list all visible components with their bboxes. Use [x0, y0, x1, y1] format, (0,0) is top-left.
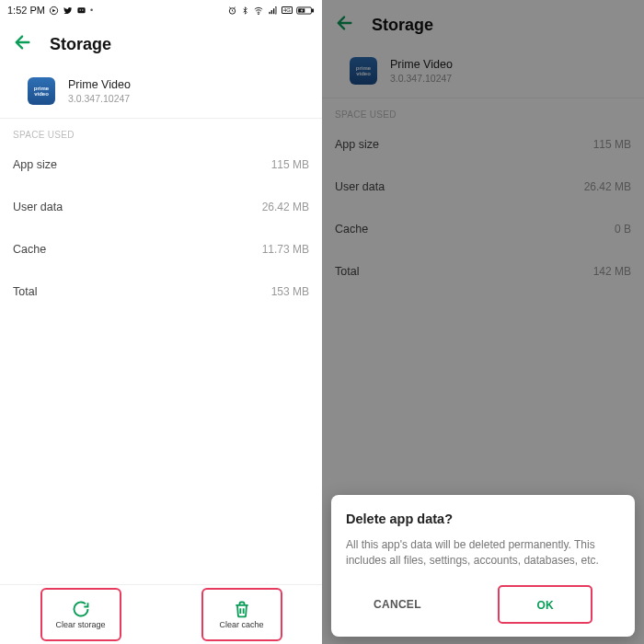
app-name: Prime Video	[68, 78, 131, 91]
volte-icon: 4G	[282, 6, 293, 14]
clear-cache-button[interactable]: Clear cache	[206, 593, 278, 636]
app-version: 3.0.347.10247	[68, 93, 131, 104]
screenshot-right: Storage prime video Prime Video 3.0.347.…	[322, 0, 644, 644]
highlight-clear-storage: Clear storage	[40, 588, 121, 641]
bluetooth-icon	[241, 6, 249, 16]
svg-rect-1	[77, 7, 85, 13]
row-value: 26.42 MB	[262, 201, 309, 213]
svg-rect-7	[271, 10, 272, 14]
row-label: App size	[13, 158, 57, 171]
notif-icon	[49, 6, 59, 16]
battery-icon	[296, 6, 315, 16]
alarm-icon	[227, 6, 237, 16]
row-value: 153 MB	[271, 285, 309, 298]
clear-cache-label: Clear cache	[219, 620, 263, 629]
highlight-ok: OK	[498, 585, 592, 624]
more-notif-dot: •	[90, 6, 93, 15]
svg-point-3	[82, 9, 83, 10]
row-cache[interactable]: Cache 11.73 MB	[0, 228, 322, 270]
row-label: Cache	[13, 243, 46, 256]
row-user-data[interactable]: User data 26.42 MB	[0, 186, 322, 228]
status-bar: 1:52 PM • 4G	[0, 0, 322, 20]
screenshot-left: 1:52 PM • 4G	[0, 0, 322, 644]
highlight-clear-cache: Clear cache	[201, 588, 282, 641]
row-label: User data	[13, 201, 63, 213]
signal-icon	[268, 6, 278, 16]
app-icon: prime video	[28, 77, 55, 105]
clear-storage-button[interactable]: Clear storage	[45, 593, 117, 636]
back-icon[interactable]	[13, 32, 33, 56]
row-app-size[interactable]: App size 115 MB	[0, 144, 322, 186]
wifi-icon	[253, 6, 264, 16]
page-title: Storage	[50, 35, 111, 54]
svg-rect-6	[269, 11, 270, 13]
twitter-icon	[63, 6, 73, 16]
cancel-button[interactable]: CANCEL	[374, 598, 421, 611]
svg-rect-8	[273, 8, 274, 14]
section-space-used: SPACE USED	[0, 118, 322, 144]
trash-icon	[233, 600, 251, 618]
row-label: Total	[13, 285, 37, 298]
dialog-message: All this app's data will be deleted perm…	[346, 537, 620, 569]
discord-icon	[76, 6, 86, 16]
ok-button[interactable]: OK	[536, 599, 554, 612]
row-total: Total 153 MB	[0, 270, 322, 313]
app-summary-row: prime video Prime Video 3.0.347.10247	[0, 68, 322, 118]
delete-data-dialog: Delete app data? All this app's data wil…	[331, 495, 635, 637]
status-time: 1:52 PM	[7, 5, 45, 16]
svg-point-2	[79, 9, 80, 10]
svg-point-5	[259, 13, 259, 14]
dialog-title: Delete app data?	[346, 512, 620, 526]
svg-rect-11	[312, 9, 313, 12]
row-value: 11.73 MB	[262, 243, 309, 256]
screen-header: Storage	[0, 20, 322, 68]
row-value: 115 MB	[271, 158, 309, 171]
bottom-button-bar: Clear storage Clear cache	[0, 584, 322, 644]
clear-storage-icon	[72, 600, 90, 618]
clear-storage-label: Clear storage	[55, 620, 105, 629]
svg-rect-9	[275, 6, 276, 14]
